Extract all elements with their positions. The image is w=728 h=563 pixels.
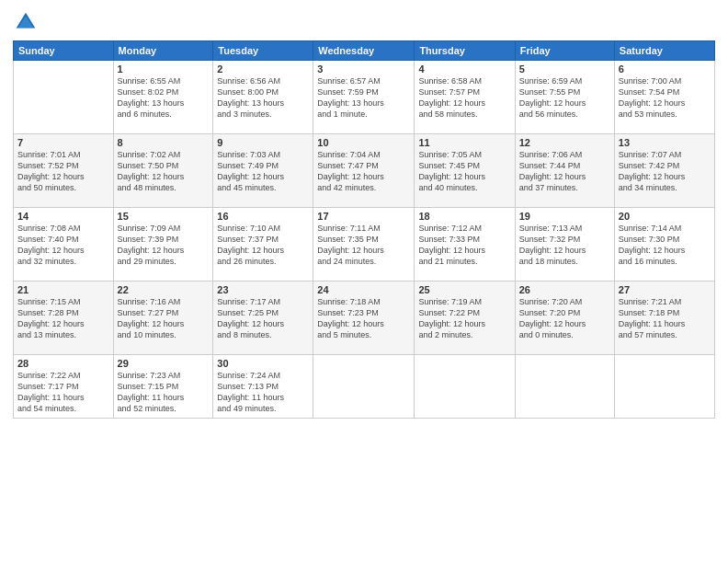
day-info: Sunrise: 7:04 AMSunset: 7:47 PMDaylight:… [317, 149, 410, 194]
day-number: 21 [17, 284, 109, 295]
calendar-cell: 16Sunrise: 7:10 AMSunset: 7:37 PMDayligh… [213, 208, 313, 282]
day-number: 20 [619, 211, 711, 222]
calendar-cell: 10Sunrise: 7:04 AMSunset: 7:47 PMDayligh… [313, 134, 415, 208]
day-info: Sunrise: 6:55 AMSunset: 8:02 PMDaylight:… [118, 75, 210, 121]
calendar-cell: 22Sunrise: 7:16 AMSunset: 7:27 PMDayligh… [113, 282, 213, 355]
calendar-day-header: Monday [113, 41, 213, 61]
calendar-cell: 7Sunrise: 7:01 AMSunset: 7:52 PMDaylight… [14, 134, 114, 208]
day-number: 12 [519, 137, 610, 148]
calendar-cell [313, 355, 415, 419]
day-info: Sunrise: 7:15 AMSunset: 7:28 PMDaylight:… [17, 296, 109, 341]
calendar-day-header: Sunday [14, 41, 114, 61]
calendar-cell: 27Sunrise: 7:21 AMSunset: 7:18 PMDayligh… [614, 282, 714, 355]
day-number: 3 [317, 63, 410, 75]
calendar-day-header: Wednesday [313, 41, 415, 61]
calendar-cell: 8Sunrise: 7:02 AMSunset: 7:50 PMDaylight… [113, 134, 213, 208]
day-number: 17 [317, 211, 410, 222]
calendar-week-row: 28Sunrise: 7:22 AMSunset: 7:17 PMDayligh… [14, 355, 715, 419]
day-number: 22 [118, 284, 210, 295]
calendar-week-row: 7Sunrise: 7:01 AMSunset: 7:52 PMDaylight… [14, 134, 715, 208]
day-info: Sunrise: 7:12 AMSunset: 7:33 PMDaylight:… [418, 223, 510, 268]
day-info: Sunrise: 7:06 AMSunset: 7:44 PMDaylight:… [519, 149, 610, 194]
calendar-cell: 17Sunrise: 7:11 AMSunset: 7:35 PMDayligh… [313, 208, 415, 282]
day-number: 30 [217, 358, 309, 369]
day-info: Sunrise: 7:13 AMSunset: 7:32 PMDaylight:… [519, 223, 610, 268]
day-number: 15 [118, 211, 210, 222]
day-number: 23 [217, 284, 309, 295]
day-number: 29 [118, 358, 210, 369]
calendar-cell: 18Sunrise: 7:12 AMSunset: 7:33 PMDayligh… [415, 208, 515, 282]
day-info: Sunrise: 6:59 AMSunset: 7:55 PMDaylight:… [519, 75, 610, 121]
calendar-cell: 20Sunrise: 7:14 AMSunset: 7:30 PMDayligh… [614, 208, 714, 282]
calendar-cell [415, 355, 515, 419]
day-info: Sunrise: 7:14 AMSunset: 7:30 PMDaylight:… [619, 223, 711, 268]
day-number: 27 [619, 284, 711, 295]
calendar-cell: 19Sunrise: 7:13 AMSunset: 7:32 PMDayligh… [515, 208, 614, 282]
day-info: Sunrise: 7:02 AMSunset: 7:50 PMDaylight:… [118, 149, 210, 194]
day-info: Sunrise: 7:08 AMSunset: 7:40 PMDaylight:… [17, 223, 109, 268]
day-number: 24 [317, 284, 410, 295]
calendar-cell [14, 61, 114, 134]
calendar-day-header: Tuesday [213, 41, 313, 61]
day-info: Sunrise: 6:58 AMSunset: 7:57 PMDaylight:… [418, 75, 510, 121]
day-info: Sunrise: 7:09 AMSunset: 7:39 PMDaylight:… [118, 223, 210, 268]
calendar-cell: 24Sunrise: 7:18 AMSunset: 7:23 PMDayligh… [313, 282, 415, 355]
calendar-cell: 4Sunrise: 6:58 AMSunset: 7:57 PMDaylight… [415, 61, 515, 134]
header [13, 9, 715, 35]
calendar-week-row: 1Sunrise: 6:55 AMSunset: 8:02 PMDaylight… [14, 61, 715, 134]
calendar-cell: 21Sunrise: 7:15 AMSunset: 7:28 PMDayligh… [14, 282, 114, 355]
day-number: 2 [217, 63, 309, 75]
calendar-cell: 2Sunrise: 6:56 AMSunset: 8:00 PMDaylight… [213, 61, 313, 134]
logo-icon [13, 9, 39, 35]
day-info: Sunrise: 6:57 AMSunset: 7:59 PMDaylight:… [317, 75, 410, 121]
day-info: Sunrise: 7:00 AMSunset: 7:54 PMDaylight:… [619, 75, 711, 121]
day-number: 16 [217, 211, 309, 222]
calendar-cell: 5Sunrise: 6:59 AMSunset: 7:55 PMDaylight… [515, 61, 614, 134]
day-info: Sunrise: 7:23 AMSunset: 7:15 PMDaylight:… [118, 370, 210, 415]
calendar-cell: 28Sunrise: 7:22 AMSunset: 7:17 PMDayligh… [14, 355, 114, 419]
calendar-cell: 26Sunrise: 7:20 AMSunset: 7:20 PMDayligh… [515, 282, 614, 355]
logo [13, 9, 42, 35]
calendar-cell [614, 355, 714, 419]
day-info: Sunrise: 7:18 AMSunset: 7:23 PMDaylight:… [317, 296, 410, 341]
day-number: 9 [217, 137, 309, 148]
calendar-cell: 15Sunrise: 7:09 AMSunset: 7:39 PMDayligh… [113, 208, 213, 282]
day-info: Sunrise: 7:03 AMSunset: 7:49 PMDaylight:… [217, 149, 309, 194]
day-info: Sunrise: 7:05 AMSunset: 7:45 PMDaylight:… [418, 149, 510, 194]
day-info: Sunrise: 7:16 AMSunset: 7:27 PMDaylight:… [118, 296, 210, 341]
day-info: Sunrise: 7:01 AMSunset: 7:52 PMDaylight:… [17, 149, 109, 194]
calendar-day-header: Thursday [415, 41, 515, 61]
day-info: Sunrise: 7:17 AMSunset: 7:25 PMDaylight:… [217, 296, 309, 341]
day-number: 1 [118, 63, 210, 75]
calendar-week-row: 21Sunrise: 7:15 AMSunset: 7:28 PMDayligh… [14, 282, 715, 355]
calendar-cell: 30Sunrise: 7:24 AMSunset: 7:13 PMDayligh… [213, 355, 313, 419]
day-number: 11 [418, 137, 510, 148]
day-number: 4 [418, 63, 510, 75]
day-number: 14 [17, 211, 109, 222]
day-number: 13 [619, 137, 711, 148]
day-number: 8 [118, 137, 210, 148]
page: SundayMondayTuesdayWednesdayThursdayFrid… [0, 0, 728, 563]
calendar: SundayMondayTuesdayWednesdayThursdayFrid… [13, 40, 715, 419]
calendar-cell: 25Sunrise: 7:19 AMSunset: 7:22 PMDayligh… [415, 282, 515, 355]
calendar-cell [515, 355, 614, 419]
day-number: 19 [519, 211, 610, 222]
day-info: Sunrise: 6:56 AMSunset: 8:00 PMDaylight:… [217, 75, 309, 121]
calendar-day-header: Friday [515, 41, 614, 61]
calendar-cell: 3Sunrise: 6:57 AMSunset: 7:59 PMDaylight… [313, 61, 415, 134]
calendar-cell: 23Sunrise: 7:17 AMSunset: 7:25 PMDayligh… [213, 282, 313, 355]
day-info: Sunrise: 7:22 AMSunset: 7:17 PMDaylight:… [17, 370, 109, 415]
day-number: 7 [17, 137, 109, 148]
calendar-week-row: 14Sunrise: 7:08 AMSunset: 7:40 PMDayligh… [14, 208, 715, 282]
day-number: 10 [317, 137, 410, 148]
day-info: Sunrise: 7:07 AMSunset: 7:42 PMDaylight:… [619, 149, 711, 194]
day-number: 6 [619, 63, 711, 75]
day-number: 26 [519, 284, 610, 295]
calendar-cell: 12Sunrise: 7:06 AMSunset: 7:44 PMDayligh… [515, 134, 614, 208]
day-number: 18 [418, 211, 510, 222]
calendar-day-header: Saturday [614, 41, 714, 61]
calendar-cell: 9Sunrise: 7:03 AMSunset: 7:49 PMDaylight… [213, 134, 313, 208]
day-number: 5 [519, 63, 610, 75]
calendar-cell: 6Sunrise: 7:00 AMSunset: 7:54 PMDaylight… [614, 61, 714, 134]
calendar-cell: 1Sunrise: 6:55 AMSunset: 8:02 PMDaylight… [113, 61, 213, 134]
